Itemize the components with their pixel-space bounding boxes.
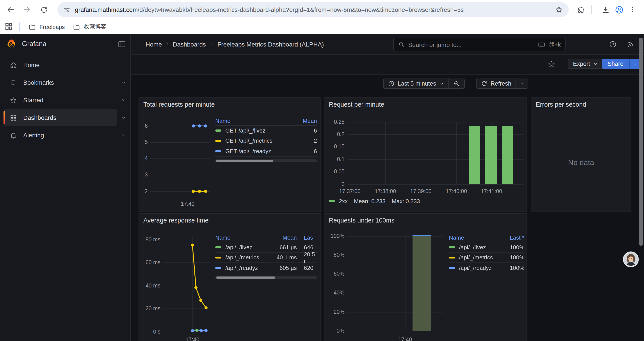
- sidebar-dashboards-expand[interactable]: [119, 109, 128, 126]
- refresh-button[interactable]: Refresh: [476, 79, 516, 88]
- clock-icon: [388, 80, 394, 87]
- bar-2xx: [485, 126, 497, 184]
- sidebar-item-alerting[interactable]: Alerting: [4, 127, 116, 144]
- time-range-picker[interactable]: Last 5 minutes: [384, 79, 448, 88]
- floating-assistant-avatar[interactable]: [623, 251, 639, 267]
- y-tick: 0.2: [324, 131, 344, 137]
- y-tick: 5: [139, 140, 148, 145]
- bookmarks-bar: Freeleaps 收藏博客: [0, 19, 644, 34]
- series-name[interactable]: /api/_/livez: [225, 244, 252, 251]
- chevron-down-icon: [439, 81, 444, 86]
- legend-scrollbar[interactable]: [215, 276, 317, 279]
- legend-row: /api/_/readyz605 µs620: [215, 263, 317, 273]
- sidebar-bookmarks-expand[interactable]: [119, 74, 128, 91]
- legend-header-name[interactable]: Name: [449, 234, 502, 241]
- series-name[interactable]: /api/_/readyz: [459, 265, 492, 271]
- brand-name: Grafana: [22, 40, 46, 48]
- panel-avg-response-time: Average response time 80 ms 60 ms 40 ms …: [138, 213, 321, 341]
- sidebar-item-bookmarks[interactable]: Bookmarks: [4, 74, 116, 91]
- bookmark-folder-blogs[interactable]: 收藏博客: [69, 21, 110, 33]
- star-outline-icon: [548, 60, 556, 68]
- help-button[interactable]: [607, 38, 619, 51]
- profile-icon: [614, 5, 624, 14]
- legend-scrollbar[interactable]: [215, 159, 317, 162]
- refresh-interval-button[interactable]: [516, 79, 528, 88]
- legend-row: GET /api/_/readyz6: [215, 146, 317, 156]
- series-color-pill: [215, 256, 222, 258]
- sidebar-item-dashboards[interactable]: Dashboards: [4, 109, 116, 126]
- top-nav: Home Dashboards Freeleaps Metrics Dashbo…: [131, 34, 644, 55]
- series-name[interactable]: GET /api/_/metrics: [225, 138, 272, 144]
- series-name[interactable]: GET /api/_/readyz: [225, 148, 271, 154]
- bookmark-star-icon[interactable]: [555, 6, 563, 14]
- bookmark-folder-freeleaps[interactable]: Freeleaps: [25, 21, 68, 33]
- export-button[interactable]: Export: [568, 59, 603, 69]
- x-tick: 17:41:00: [481, 189, 502, 194]
- y-tick: 0.25: [324, 119, 344, 124]
- downloads-button[interactable]: [599, 3, 612, 16]
- extensions-button[interactable]: [575, 3, 588, 16]
- panel-total-requests: Total requests per minute 6 5 4 3 2 17:4…: [138, 97, 321, 212]
- series-name[interactable]: /api/_/livez: [459, 244, 486, 251]
- panel-title[interactable]: Requests under 100ms: [329, 217, 394, 224]
- news-button[interactable]: [624, 38, 636, 51]
- series-name[interactable]: GET /api/_/livez: [225, 127, 266, 134]
- panel-title[interactable]: Errors per second: [536, 101, 586, 108]
- legend-header-last[interactable]: Last *: [502, 234, 524, 241]
- legend-header-last[interactable]: Las: [297, 234, 317, 241]
- assistant-avatar-image: [623, 251, 639, 267]
- url-text: grafana.mathmast.com/d/deytv4rwavabkb/fr…: [75, 6, 550, 13]
- home-icon: [10, 61, 17, 69]
- legend-header-mean[interactable]: Mean: [292, 117, 317, 124]
- chevron-down-icon: [632, 62, 638, 66]
- chevron-right-icon: [165, 42, 169, 46]
- sidebar-alerting-expand[interactable]: [119, 127, 128, 144]
- panel-request-per-minute: Request per minute 0.25 0.2 0.15 0.1 0.0…: [324, 97, 527, 212]
- x-tick: 17:40: [398, 337, 412, 341]
- breadcrumb-dashboards[interactable]: Dashboards: [173, 41, 206, 48]
- keyboard-icon: [538, 41, 545, 48]
- panel-title[interactable]: Total requests per minute: [143, 101, 215, 108]
- sidebar-item-starred[interactable]: Starred: [4, 92, 116, 108]
- search-input[interactable]: Search or jump to... ⌘+k: [393, 38, 566, 51]
- zoom-out-time-button[interactable]: [449, 79, 464, 88]
- legend-row: /api/_/livez100%: [449, 242, 524, 253]
- y-tick: 20%: [324, 309, 344, 315]
- grafana-logo[interactable]: [6, 39, 18, 51]
- back-button[interactable]: [4, 3, 17, 16]
- browser-menu-button[interactable]: [626, 3, 639, 16]
- sidebar-starred-expand[interactable]: [119, 92, 128, 108]
- breadcrumb-home[interactable]: Home: [146, 41, 162, 48]
- favorite-dashboard-button[interactable]: [545, 56, 558, 72]
- legend-header-name[interactable]: Name: [215, 234, 273, 241]
- breadcrumb-current[interactable]: Freeleaps Metrics Dashboard (ALPHA): [218, 41, 324, 48]
- apps-button[interactable]: [4, 22, 13, 31]
- sidebar-toggle-button[interactable]: [118, 40, 126, 49]
- reload-button[interactable]: [37, 3, 50, 16]
- chevron-down-icon: [593, 62, 598, 66]
- series-name[interactable]: /api/_/metrics: [225, 254, 259, 261]
- y-tick: 0.1: [324, 156, 344, 162]
- forward-button[interactable]: [20, 3, 34, 16]
- bookmark-label: 收藏博客: [84, 23, 106, 31]
- page-scrollbar[interactable]: [639, 38, 643, 246]
- legend-header-mean[interactable]: Mean: [273, 234, 297, 241]
- series-name[interactable]: 2xx: [339, 198, 348, 204]
- area-fill-100pct: [412, 235, 431, 331]
- series-name[interactable]: /api/_/metrics: [459, 254, 493, 261]
- sidebar-item-label: Starred: [23, 97, 44, 104]
- share-button[interactable]: Share: [602, 59, 640, 69]
- bookmark-icon: [10, 79, 17, 86]
- panel-title[interactable]: Request per minute: [329, 101, 384, 108]
- series-color-pill: [215, 129, 222, 131]
- y-tick: 100%: [324, 233, 344, 239]
- y-tick: 4: [139, 156, 148, 161]
- profile-button[interactable]: [612, 3, 626, 16]
- site-settings-icon: [63, 6, 70, 14]
- sidebar-item-home[interactable]: Home: [4, 57, 116, 73]
- series-name[interactable]: /api/_/readyz: [225, 265, 258, 271]
- series-color-pill: [449, 267, 455, 269]
- legend-header-name[interactable]: Name: [215, 117, 292, 124]
- address-bar[interactable]: grafana.mathmast.com/d/deytv4rwavabkb/fr…: [58, 2, 568, 17]
- search-shortcut: ⌘+k: [549, 41, 561, 48]
